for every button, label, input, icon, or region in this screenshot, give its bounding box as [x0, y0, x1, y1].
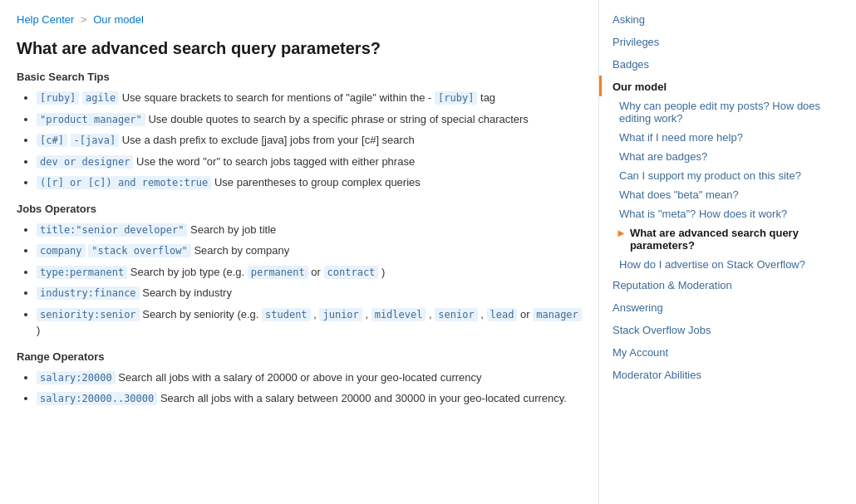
- basic-tips-list: [ruby] agile Use square brackets to sear…: [17, 90, 582, 191]
- section-basic-search: Basic Search Tips [ruby] agile Use squar…: [17, 71, 582, 191]
- code-java: -[java]: [71, 134, 120, 147]
- code-salary-single: salary:20000: [37, 371, 116, 384]
- sidebar-sub-item-edit[interactable]: Why can people edit my posts? How does e…: [599, 96, 839, 128]
- list-item: title:"senior developer" Search by job t…: [37, 222, 582, 238]
- code-industry: industry:finance: [37, 286, 140, 300]
- jobs-list: title:"senior developer" Search by job t…: [17, 222, 582, 339]
- code-title: title:"senior developer": [37, 223, 187, 237]
- sidebar: Asking Privileges Badges Our model Why c…: [598, 0, 839, 504]
- code-senior: senior: [435, 308, 477, 321]
- text-ruby: Use square brackets to search for mentio…: [122, 91, 435, 104]
- code-salary-range: salary:20000..30000: [37, 392, 157, 405]
- sidebar-sub-item-badges[interactable]: What are badges?: [599, 147, 839, 166]
- list-item: [c#] -[java] Use a dash prefix to exclud…: [37, 132, 582, 149]
- list-item: seniority:senior Search by seniority (e.…: [37, 306, 582, 339]
- code-agile: agile: [82, 91, 119, 105]
- sidebar-item-privileges[interactable]: Privileges: [599, 31, 839, 53]
- code-junior: junior: [319, 308, 362, 321]
- section-heading-range: Range Operators: [17, 350, 582, 363]
- list-item: salary:20000 Search all jobs with a sala…: [37, 369, 582, 386]
- sidebar-sub-item-beta[interactable]: What does "beta" mean?: [599, 185, 839, 204]
- text-product-manager: Use double quotes to search by a specifi…: [148, 113, 528, 125]
- code-dev-or-designer: dev or designer: [37, 155, 133, 169]
- sidebar-category-our-model[interactable]: Our model: [599, 76, 839, 96]
- main-content: Help Center > Our model What are advance…: [0, 0, 598, 504]
- section-range-operators: Range Operators salary:20000 Search all …: [17, 350, 582, 407]
- code-parens: ([r] or [c]) and remote:true: [37, 176, 211, 189]
- sidebar-sub-item-support[interactable]: Can I support my product on this site?: [599, 166, 839, 185]
- breadcrumb-current: Our model: [93, 13, 144, 26]
- code-ruby-tag: [ruby]: [37, 91, 79, 105]
- text-industry: Search by industry: [142, 286, 232, 299]
- text-company: Search by company: [194, 244, 289, 257]
- breadcrumb-separator: >: [81, 13, 87, 26]
- code-csharp: [c#]: [37, 134, 67, 147]
- list-item: salary:20000..30000 Search all jobs with…: [37, 390, 582, 407]
- range-list: salary:20000 Search all jobs with a sala…: [17, 369, 582, 407]
- text-ruby2: tag: [480, 91, 495, 104]
- sidebar-item-so-jobs[interactable]: Stack Overflow Jobs: [599, 319, 839, 341]
- code-manager: manager: [533, 308, 582, 321]
- list-item: dev or designer Use the word "or" to sea…: [37, 154, 582, 170]
- sidebar-item-answering[interactable]: Answering: [599, 296, 839, 319]
- code-student: student: [262, 308, 311, 321]
- text-dash: Use a dash prefix to exclude [java] jobs…: [122, 134, 415, 146]
- sidebar-sub-item-label: What are advanced search query parameter…: [630, 227, 826, 252]
- section-heading-jobs: Jobs Operators: [17, 203, 582, 215]
- text-salary-single: Search all jobs with a salary of 20000 o…: [118, 371, 481, 384]
- list-item: company "stack overflow" Search by compa…: [37, 242, 582, 259]
- breadcrumb: Help Center > Our model: [17, 13, 582, 26]
- code-type-permanent: type:permanent: [37, 266, 127, 279]
- text-type: Search by job type (e.g.: [130, 266, 248, 278]
- code-stack-overflow: "stack overflow": [88, 244, 191, 257]
- code-seniority: seniority:senior: [37, 308, 140, 321]
- sidebar-sub-item-advanced-search[interactable]: ► What are advanced search query paramet…: [599, 223, 839, 255]
- sidebar-item-badges[interactable]: Badges: [599, 53, 839, 76]
- sidebar-item-my-account[interactable]: My Account: [599, 341, 839, 364]
- list-item: [ruby] agile Use square brackets to sear…: [37, 90, 582, 106]
- text-or: Use the word "or" to search jobs tagged …: [136, 155, 415, 168]
- text-salary-range: Search all jobs with a salary between 20…: [160, 392, 567, 404]
- sidebar-item-moderator[interactable]: Moderator Abilities: [599, 364, 839, 386]
- code-permanent: permanent: [248, 266, 308, 279]
- code-midlevel: midlevel: [371, 308, 426, 321]
- text-parens: Use parentheses to group complex queries: [214, 176, 421, 188]
- active-arrow-icon: ►: [616, 227, 627, 239]
- sidebar-sub-item-advertise[interactable]: How do I advertise on Stack Overflow?: [599, 255, 839, 274]
- code-product-manager: "product manager": [37, 113, 145, 126]
- code-ruby-tag2: [ruby]: [435, 91, 477, 105]
- sidebar-item-reputation[interactable]: Reputation & Moderation: [599, 274, 839, 296]
- list-item: industry:finance Search by industry: [37, 285, 582, 301]
- page-title: What are advanced search query parameter…: [17, 37, 582, 59]
- sidebar-sub-item-help[interactable]: What if I need more help?: [599, 128, 839, 147]
- code-company: company: [37, 244, 86, 257]
- code-lead: lead: [487, 308, 518, 321]
- section-jobs-operators: Jobs Operators title:"senior developer" …: [17, 203, 582, 339]
- text-seniority: Search by seniority (e.g.: [142, 308, 262, 321]
- list-item: ([r] or [c]) and remote:true Use parenth…: [37, 174, 582, 191]
- breadcrumb-home[interactable]: Help Center: [17, 13, 74, 26]
- list-item: type:permanent Search by job type (e.g. …: [37, 264, 582, 281]
- sidebar-item-asking[interactable]: Asking: [599, 8, 839, 31]
- code-contract: contract: [324, 266, 379, 279]
- sidebar-sub-item-meta[interactable]: What is "meta"? How does it work?: [599, 204, 839, 223]
- section-heading-basic: Basic Search Tips: [17, 71, 582, 83]
- list-item: "product manager" Use double quotes to s…: [37, 111, 582, 128]
- text-title: Search by job title: [190, 223, 276, 236]
